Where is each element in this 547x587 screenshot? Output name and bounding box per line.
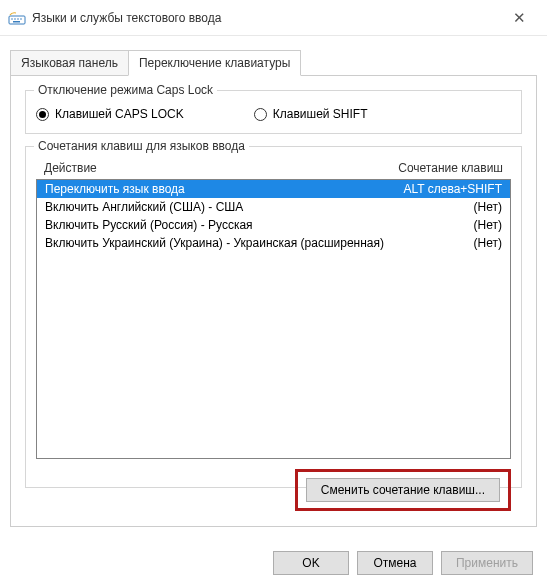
radio-label: Клавишей SHIFT <box>273 107 368 121</box>
hotkey-action: Включить Русский (Россия) - Русская <box>45 218 466 232</box>
hotkey-action: Включить Украинский (Украина) - Украинск… <box>45 236 466 250</box>
radio-caps-lock[interactable]: Клавишей CAPS LOCK <box>36 107 184 121</box>
radio-dot-icon <box>36 108 49 121</box>
svg-point-3 <box>17 18 19 20</box>
hotkey-row[interactable]: Включить Русский (Россия) - Русская(Нет) <box>37 216 510 234</box>
change-button-area: Сменить сочетание клавиш... <box>36 469 511 511</box>
hotkeys-fieldset: Сочетания клавиш для языков ввода Действ… <box>25 146 522 488</box>
radio-dot-icon <box>254 108 267 121</box>
hotkeys-list[interactable]: Переключить язык вводаALT слева+SHIFTВкл… <box>36 179 511 459</box>
apply-button[interactable]: Применить <box>441 551 533 575</box>
hotkey-row[interactable]: Переключить язык вводаALT слева+SHIFT <box>37 180 510 198</box>
tab-language-panel[interactable]: Языковая панель <box>10 50 129 76</box>
capslock-radios: Клавишей CAPS LOCK Клавишей SHIFT <box>36 107 511 121</box>
svg-point-2 <box>14 18 16 20</box>
hotkey-action: Переключить язык ввода <box>45 182 396 196</box>
change-hotkey-button[interactable]: Сменить сочетание клавиш... <box>306 478 500 502</box>
capslock-fieldset: Отключение режима Caps Lock Клавишей CAP… <box>25 90 522 134</box>
svg-rect-0 <box>9 16 25 24</box>
capslock-legend: Отключение режима Caps Lock <box>34 83 217 97</box>
col-action: Действие <box>44 161 398 175</box>
cancel-button[interactable]: Отмена <box>357 551 433 575</box>
hotkey-combo: (Нет) <box>466 236 502 250</box>
hotkey-action: Включить Английский (США) - США <box>45 200 466 214</box>
svg-rect-5 <box>13 21 20 23</box>
radio-shift[interactable]: Клавишей SHIFT <box>254 107 368 121</box>
close-icon[interactable]: ✕ <box>499 9 539 27</box>
tab-strip: Языковая панель Переключение клавиатуры <box>10 50 537 76</box>
keyboard-icon <box>8 11 26 25</box>
hotkeys-header: Действие Сочетание клавиш <box>36 157 511 179</box>
tab-panel: Отключение режима Caps Lock Клавишей CAP… <box>10 75 537 527</box>
svg-point-4 <box>20 18 22 20</box>
ok-button[interactable]: OK <box>273 551 349 575</box>
hotkey-combo: (Нет) <box>466 200 502 214</box>
hotkey-combo: (Нет) <box>466 218 502 232</box>
radio-label: Клавишей CAPS LOCK <box>55 107 184 121</box>
dialog-footer: OK Отмена Применить <box>273 551 533 575</box>
tab-container: Языковая панель Переключение клавиатуры … <box>10 50 537 527</box>
tab-keyboard-switching[interactable]: Переключение клавиатуры <box>128 50 301 76</box>
svg-point-1 <box>11 18 13 20</box>
hotkey-row[interactable]: Включить Английский (США) - США(Нет) <box>37 198 510 216</box>
hotkey-combo: ALT слева+SHIFT <box>396 182 503 196</box>
hotkey-row[interactable]: Включить Украинский (Украина) - Украинск… <box>37 234 510 252</box>
window-title: Языки и службы текстового ввода <box>32 11 499 25</box>
title-bar: Языки и службы текстового ввода ✕ <box>0 0 547 36</box>
hotkeys-legend: Сочетания клавиш для языков ввода <box>34 139 249 153</box>
col-combo: Сочетание клавиш <box>398 161 503 175</box>
highlight-box: Сменить сочетание клавиш... <box>295 469 511 511</box>
